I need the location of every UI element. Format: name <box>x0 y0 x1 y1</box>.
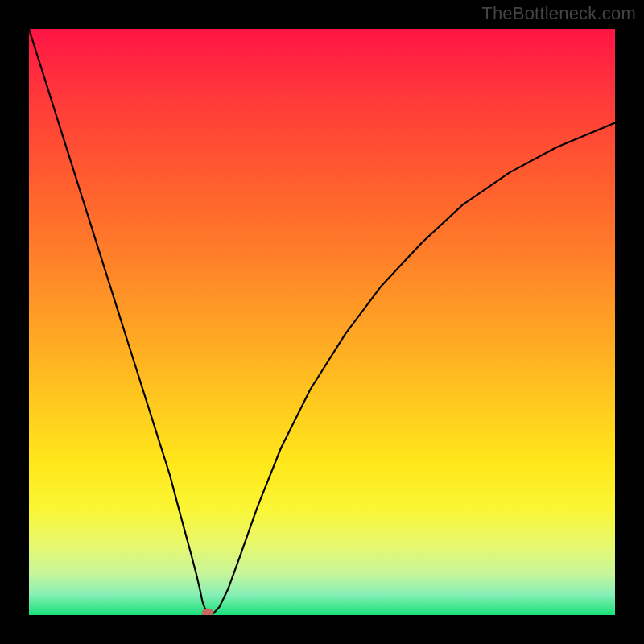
optimal-point-marker <box>202 609 213 615</box>
chart-svg <box>29 29 615 615</box>
chart-frame: TheBottleneck.com <box>0 0 644 644</box>
watermark-text: TheBottleneck.com <box>481 3 636 24</box>
chart-background <box>29 29 615 615</box>
plot-area <box>29 29 615 615</box>
